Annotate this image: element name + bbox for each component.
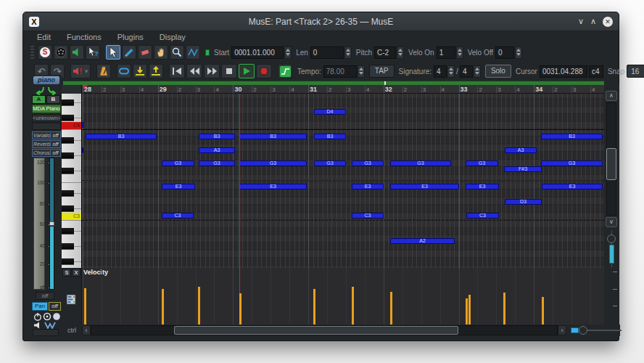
note[interactable]: B3 xyxy=(541,134,603,139)
signature-denominator-spinner[interactable] xyxy=(474,65,481,78)
vertical-scrollbar-thumb[interactable] xyxy=(606,148,616,180)
note[interactable]: B3 xyxy=(86,134,157,139)
tempo-spinner[interactable] xyxy=(358,65,365,78)
note[interactable]: G3 xyxy=(314,160,346,166)
play-button[interactable] xyxy=(239,64,255,78)
metronome-button[interactable] xyxy=(96,64,111,78)
note[interactable]: G3 xyxy=(352,160,384,166)
horizontal-scrollbar[interactable] xyxy=(91,325,558,335)
line-draw-tool-button[interactable] xyxy=(186,45,200,60)
piano-key-black[interactable] xyxy=(62,99,74,106)
eraser-tool-button[interactable] xyxy=(138,45,152,60)
note[interactable]: B3 xyxy=(199,134,235,139)
timeline-ruler[interactable]: 28234292343023431234322343323434234 xyxy=(82,85,604,94)
piano-key-black[interactable] xyxy=(62,137,74,144)
note[interactable]: G3 xyxy=(466,160,498,166)
vertical-scrollbar[interactable] xyxy=(606,102,616,216)
velocity-close-button[interactable]: X xyxy=(72,269,80,277)
piano-key-black[interactable] xyxy=(62,152,74,159)
zoom-tool-button[interactable] xyxy=(170,45,184,60)
volume-off-button[interactable]: off xyxy=(36,292,54,300)
close-button[interactable]: ✕ xyxy=(603,17,613,27)
controller-list-icon[interactable] xyxy=(66,294,76,305)
controller-value[interactable]: off xyxy=(50,150,60,155)
piano-keyboard[interactable]: C4C3 xyxy=(62,94,82,268)
velocity-bar[interactable] xyxy=(542,297,544,325)
step-record-button[interactable]: S xyxy=(38,45,52,60)
note[interactable]: D4 xyxy=(314,109,346,115)
toolbar-handle[interactable] xyxy=(30,46,34,59)
controller-value[interactable]: off xyxy=(50,133,60,138)
piano-key-black[interactable] xyxy=(62,190,74,197)
snap-combo[interactable]: 16 ∨ xyxy=(627,65,644,78)
velocity-bar[interactable] xyxy=(503,293,505,325)
piano-roll-grid[interactable]: D4B3B3B3B3B3A3A3G3G3G3G3G3G3G3G3F#3E3E3E… xyxy=(82,94,604,268)
ctrl-button[interactable]: ctrl xyxy=(62,327,82,334)
note[interactable]: C3 xyxy=(352,213,384,219)
scroll-down-button[interactable]: ∨ xyxy=(606,217,617,227)
note-partial[interactable] xyxy=(82,147,83,153)
velocity-bar[interactable] xyxy=(466,298,468,325)
signature-numerator-field[interactable]: 4 xyxy=(434,65,447,78)
note[interactable]: E3 xyxy=(352,184,384,189)
highlighted-key-c4[interactable]: C4 xyxy=(62,122,81,129)
rewind-to-start-button[interactable] xyxy=(169,64,185,78)
piano-key-black[interactable] xyxy=(62,258,74,265)
next-part-arrow-icon[interactable] xyxy=(47,86,58,95)
note[interactable]: G3 xyxy=(239,160,307,166)
note[interactable]: E3 xyxy=(466,184,499,189)
tempo-field[interactable]: 78.00 xyxy=(323,65,357,78)
menu-item-display[interactable]: Display xyxy=(160,33,186,41)
titlebar[interactable]: X MusE: Part <Track 2> 26-35 — MusE ∨ ∧ … xyxy=(23,12,619,31)
whats-this-button[interactable]: ? xyxy=(86,45,100,60)
vzoom-knob[interactable] xyxy=(607,234,616,243)
note[interactable]: C3 xyxy=(162,213,194,219)
patch-name[interactable]: MDA Piano xyxy=(32,105,61,113)
controller-row-variatio[interactable]: Variatiooff xyxy=(32,131,61,139)
note[interactable]: E3 xyxy=(542,184,603,189)
velocity-bar[interactable] xyxy=(313,289,315,325)
signature-denominator-field[interactable]: 4 xyxy=(460,65,473,78)
maximize-button[interactable]: ∧ xyxy=(590,17,596,26)
controller-value[interactable]: off xyxy=(50,142,60,147)
horizontal-zoom-slider[interactable] xyxy=(571,325,626,335)
note[interactable]: G3 xyxy=(199,160,235,166)
scroll-up-button[interactable]: ∧ xyxy=(606,91,617,101)
pan-button[interactable]: Pan xyxy=(32,302,48,311)
volume-slider[interactable] xyxy=(49,158,54,290)
note-partial[interactable] xyxy=(82,122,84,128)
velocity-bar[interactable] xyxy=(198,287,200,325)
part-selector-combo[interactable]: piano xyxy=(33,76,60,85)
tap-tempo-button[interactable]: TAP xyxy=(369,65,395,78)
note[interactable]: D3 xyxy=(505,199,542,205)
horizontal-scrollbar-thumb[interactable] xyxy=(174,326,458,335)
scroll-left-button[interactable]: ‹ xyxy=(82,325,91,335)
forward-button[interactable] xyxy=(204,64,220,78)
field-pitch[interactable]: C-2 xyxy=(374,46,396,59)
field-start[interactable]: 0001.01.000 xyxy=(231,46,284,59)
punch-out-button[interactable] xyxy=(149,64,163,78)
play-events-button[interactable] xyxy=(70,45,84,60)
note[interactable]: G3 xyxy=(162,160,194,166)
spinner-len[interactable] xyxy=(344,46,352,59)
controller-row-chorus[interactable]: Chorus:off xyxy=(32,149,61,157)
pencil-tool-button[interactable] xyxy=(122,45,136,60)
note[interactable]: F#3 xyxy=(504,166,542,172)
spinner-velo-on[interactable] xyxy=(456,46,463,59)
note[interactable]: A3 xyxy=(199,147,235,153)
layer-b-button[interactable]: B xyxy=(46,95,60,104)
prev-part-arrow-icon[interactable] xyxy=(34,86,45,95)
volume-slider-handle[interactable] xyxy=(49,221,54,226)
pointer-tool-button[interactable] xyxy=(106,45,120,60)
field-len[interactable]: 0 xyxy=(310,46,344,59)
note[interactable]: E3 xyxy=(239,184,307,189)
power-icon[interactable] xyxy=(33,312,42,321)
highlighted-key-c3[interactable]: C3 xyxy=(62,213,81,220)
piano-key-black[interactable] xyxy=(62,243,74,250)
note[interactable]: B3 xyxy=(314,134,346,139)
pan-tool-button[interactable] xyxy=(154,45,168,60)
menu-item-plugins[interactable]: Plugins xyxy=(117,33,144,41)
spinner-velo-off[interactable] xyxy=(515,46,522,59)
note[interactable]: A3 xyxy=(505,147,537,153)
velocity-bar[interactable] xyxy=(162,289,164,325)
